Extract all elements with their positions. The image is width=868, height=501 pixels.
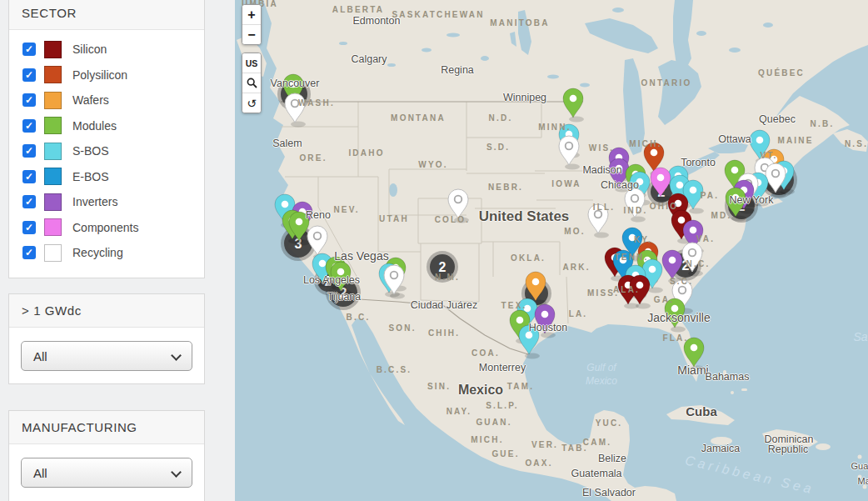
sector-color-swatch <box>44 41 62 58</box>
sector-label: Polysilicon <box>72 68 127 82</box>
sector-color-swatch <box>44 117 62 134</box>
sector-checkbox[interactable]: ✓ <box>22 195 36 208</box>
gwdc-dropdown-value: All <box>33 349 47 363</box>
zoom-in-button[interactable]: + <box>242 5 261 25</box>
sector-row-recycling: ✓Recycling <box>9 240 204 266</box>
manufacturing-dropdown[interactable]: All <box>21 458 192 488</box>
sector-checkbox[interactable]: ✓ <box>22 119 36 133</box>
sector-label: Wafers <box>72 93 109 107</box>
sector-row-components: ✓Components <box>9 215 204 241</box>
sector-row-silicon: ✓Silicon <box>9 37 204 63</box>
sector-checkbox[interactable]: ✓ <box>22 246 36 259</box>
sector-color-swatch <box>44 143 62 160</box>
sector-checkbox[interactable]: ✓ <box>22 221 36 234</box>
manufacturing-panel: MANUFACTURING All <box>8 410 205 501</box>
sector-label: Components <box>72 221 138 234</box>
sector-row-e-bos: ✓E-BOS <box>9 164 204 190</box>
sector-color-swatch <box>44 244 62 262</box>
manufacturing-dropdown-value: All <box>33 466 47 480</box>
sector-label: S-BOS <box>72 144 109 158</box>
sector-panel-title: SECTOR <box>9 0 204 30</box>
sector-checkbox[interactable]: ✓ <box>22 144 36 158</box>
gwdc-dropdown[interactable]: All <box>21 341 192 371</box>
sector-checkbox[interactable]: ✓ <box>22 170 36 183</box>
cluster-count: 2 <box>439 260 446 274</box>
sector-label: Inverters <box>72 195 117 208</box>
chevron-down-icon <box>171 467 182 478</box>
sector-row-polysilicon: ✓Polysilicon <box>9 63 204 88</box>
sector-label: Recycling <box>72 246 123 259</box>
reset-view-icon[interactable]: ↺ <box>242 93 261 113</box>
sector-color-swatch <box>44 193 62 211</box>
gwdc-panel: > 1 GWdc All <box>8 293 205 384</box>
sector-row-s-bos: ✓S-BOS <box>9 138 204 164</box>
manufacturing-panel-title: MANUFACTURING <box>9 411 204 444</box>
sector-checkbox[interactable]: ✓ <box>22 68 36 82</box>
sector-color-swatch <box>44 92 62 109</box>
gwdc-panel-title: > 1 GWdc <box>9 294 204 328</box>
us-extent-button[interactable]: US <box>242 53 261 73</box>
map-canvas[interactable]: 3222222 UMBIAALBERTASASKATCHEWANMANITOBA… <box>235 0 868 501</box>
sector-panel: SECTOR ✓Silicon✓Polysilicon✓Wafers✓Modul… <box>8 0 205 278</box>
sector-label: Silicon <box>72 43 107 56</box>
basemap: 3222222 <box>235 0 868 501</box>
search-icon[interactable] <box>242 73 261 93</box>
sector-color-swatch <box>44 168 62 185</box>
zoom-control-group: + − <box>242 4 262 45</box>
map-cluster[interactable]: 2 <box>427 251 458 283</box>
chevron-down-icon <box>171 350 182 361</box>
sector-row-modules: ✓Modules <box>9 113 204 139</box>
sector-color-swatch <box>44 66 62 83</box>
sector-color-swatch <box>44 218 62 236</box>
map-tools-group: US ↺ <box>242 53 262 113</box>
sector-list: ✓Silicon✓Polysilicon✓Wafers✓Modules✓S-BO… <box>9 30 204 269</box>
sector-label: E-BOS <box>72 170 109 183</box>
sector-row-wafers: ✓Wafers <box>9 88 204 113</box>
zoom-out-button[interactable]: − <box>242 25 261 44</box>
sector-checkbox[interactable]: ✓ <box>22 43 36 56</box>
sector-label: Modules <box>72 119 117 133</box>
sector-row-inverters: ✓Inverters <box>9 189 204 215</box>
filter-sidebar: SECTOR ✓Silicon✓Polysilicon✓Wafers✓Modul… <box>0 0 235 501</box>
sector-checkbox[interactable]: ✓ <box>22 93 36 107</box>
